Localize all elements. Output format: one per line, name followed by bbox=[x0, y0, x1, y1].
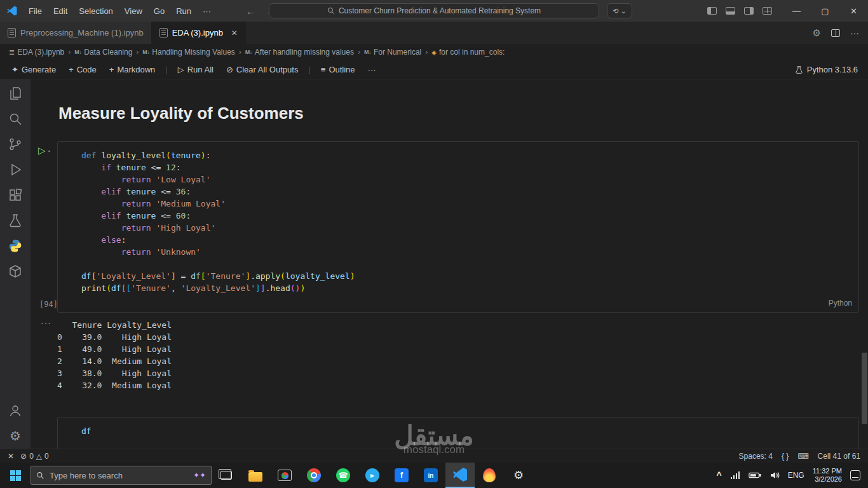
breadcrumb-item[interactable]: M↓After handling missing values bbox=[245, 48, 354, 57]
source-control-icon[interactable] bbox=[8, 137, 23, 152]
notebook-settings-icon[interactable]: ⚙ bbox=[813, 28, 821, 37]
cell-position-indicator[interactable]: Cell 41 of 61 bbox=[818, 452, 860, 461]
code-line[interactable]: elif tenure <= 36: bbox=[81, 186, 858, 198]
run-all-button[interactable]: ▷ Run All bbox=[173, 62, 219, 78]
cell-language-label[interactable]: Python bbox=[829, 299, 852, 308]
menu-view[interactable]: View bbox=[119, 6, 148, 16]
linkedin-button[interactable]: in bbox=[416, 463, 445, 488]
code-line[interactable]: else: bbox=[81, 234, 858, 246]
outline-button[interactable]: ≡ Outline bbox=[316, 62, 360, 78]
hidden-icons-button[interactable]: ^ bbox=[717, 470, 722, 480]
clear-all-outputs-button[interactable]: ⊘ Clear All Outputs bbox=[221, 62, 303, 78]
taskbar-clock[interactable]: 11:32 PM 3/2/2026 bbox=[813, 467, 842, 484]
breadcrumb-item[interactable]: ◈for col in num_cols: bbox=[431, 48, 505, 57]
battery-icon[interactable] bbox=[749, 471, 761, 479]
package-icon[interactable] bbox=[8, 264, 23, 279]
code-line[interactable]: return 'High Loyal' bbox=[81, 222, 858, 234]
tab-eda[interactable]: EDA (3).ipynb ✕ bbox=[152, 22, 246, 44]
close-button[interactable]: ✕ bbox=[839, 0, 868, 22]
code-line[interactable]: print(df[['Tenure', 'Loyalty_Level']].he… bbox=[81, 282, 858, 294]
taskbar-search-input[interactable]: Type here to search ✦✦ bbox=[31, 466, 212, 485]
chrome-button[interactable] bbox=[299, 463, 329, 488]
menu-file[interactable]: File bbox=[23, 6, 48, 16]
menu-go[interactable]: Go bbox=[148, 6, 170, 16]
whatsapp-button[interactable]: ☎ bbox=[329, 463, 358, 488]
menu-selection[interactable]: Selection bbox=[73, 6, 118, 16]
command-center-search[interactable]: Customer Churn Prediction & Automated Re… bbox=[269, 3, 599, 18]
toolbar-more-actions[interactable]: ··· bbox=[363, 62, 381, 78]
volume-icon[interactable] bbox=[770, 471, 780, 480]
remote-indicator-icon[interactable]: ✕ bbox=[8, 452, 14, 461]
maximize-button[interactable]: ▢ bbox=[811, 0, 839, 22]
run-cell-button[interactable]: ▷ ⌄ bbox=[38, 145, 51, 156]
code-line[interactable]: return 'Low Loyal' bbox=[81, 173, 858, 186]
task-view-button[interactable] bbox=[212, 463, 241, 488]
menu-bar: FileEditSelectionViewGoRun··· bbox=[23, 6, 217, 16]
windows-taskbar: Type here to search ✦✦ ☎ ▸ f in ⚙ ^ bbox=[0, 463, 868, 488]
toggle-secondary-sidebar-icon[interactable] bbox=[744, 7, 754, 15]
problems-indicator[interactable]: ⊘ 0 △ 0 bbox=[20, 452, 49, 461]
customize-layout-icon[interactable] bbox=[763, 7, 772, 15]
keyboard-icon[interactable]: ⌨ bbox=[797, 452, 808, 461]
language-braces-indicator[interactable]: { } bbox=[782, 452, 789, 461]
network-icon[interactable] bbox=[730, 471, 740, 480]
telegram-button[interactable]: ▸ bbox=[358, 463, 387, 488]
python-extension-icon[interactable] bbox=[8, 238, 23, 254]
markdown-cell-heading[interactable]: Measure Loyality of Customers bbox=[58, 104, 868, 123]
language-indicator[interactable]: ENG bbox=[788, 471, 804, 480]
windows-logo-icon bbox=[10, 470, 21, 481]
add-code-cell-button[interactable]: + Code bbox=[64, 62, 102, 78]
code-line[interactable]: df['Loyalty_Level'] = df['Tenure'].apply… bbox=[81, 270, 858, 282]
settings-gear-icon[interactable]: ⚙ bbox=[8, 428, 23, 444]
code-line[interactable] bbox=[81, 258, 858, 270]
code-cell[interactable]: ▷ ⌄ [94] def loyalty_level(tenure): if t… bbox=[31, 141, 868, 313]
kernel-picker[interactable]: Python 3.13.6 bbox=[795, 65, 868, 74]
workspace-switcher[interactable]: ⟲ ⌄ bbox=[607, 3, 632, 18]
breadcrumb-item[interactable]: M↓Data Cleaning bbox=[74, 48, 132, 57]
next-code-cell[interactable]: df bbox=[31, 417, 868, 449]
code-line[interactable]: def loyalty_level(tenure): bbox=[81, 149, 858, 161]
browser-window-button[interactable] bbox=[270, 463, 299, 488]
extensions-icon[interactable] bbox=[8, 187, 23, 203]
split-editor-icon[interactable] bbox=[831, 29, 840, 37]
flame-app-button[interactable] bbox=[475, 463, 504, 488]
breadcrumb-item[interactable]: M↓For Numerical bbox=[364, 48, 421, 57]
menu-edit[interactable]: Edit bbox=[48, 6, 73, 16]
generate-button[interactable]: ✦ Generate bbox=[6, 62, 61, 78]
code-line[interactable]: if tenure <= 12: bbox=[81, 161, 858, 173]
search-icon[interactable] bbox=[8, 111, 23, 126]
minimize-button[interactable]: — bbox=[782, 0, 811, 22]
nav-back-icon[interactable]: ← bbox=[246, 6, 255, 17]
editor-more-actions-icon[interactable]: ··· bbox=[850, 28, 859, 38]
code-line[interactable]: df bbox=[81, 425, 858, 437]
action-center-icon[interactable] bbox=[850, 470, 860, 480]
code-line[interactable]: elif tenure <= 60: bbox=[81, 210, 858, 222]
tab-close-icon[interactable]: ✕ bbox=[231, 29, 238, 37]
indentation-indicator[interactable]: Spaces: 4 bbox=[739, 452, 773, 461]
vscode-button[interactable] bbox=[445, 463, 475, 488]
search-icon bbox=[327, 7, 335, 15]
file-explorer-button[interactable] bbox=[241, 463, 270, 488]
add-markdown-cell-button[interactable]: + Markdown bbox=[104, 62, 161, 78]
testing-flask-icon[interactable] bbox=[8, 213, 23, 228]
menu-run[interactable]: Run bbox=[170, 6, 197, 16]
code-line[interactable]: return 'Unknown' bbox=[81, 246, 858, 258]
code-lines[interactable]: def loyalty_level(tenure): if tenure <= … bbox=[58, 142, 858, 294]
breadcrumb-item[interactable]: M↓Handling Missing Values bbox=[142, 48, 235, 57]
code-line[interactable]: return 'Medium Loyal' bbox=[81, 198, 858, 210]
facebook-button[interactable]: f bbox=[387, 463, 416, 488]
settings-button[interactable]: ⚙ bbox=[504, 463, 533, 488]
menu-more[interactable]: ··· bbox=[197, 6, 217, 16]
toggle-panel-icon[interactable] bbox=[726, 7, 735, 15]
tab-label: Preprocessing_Machine (1).ipynb bbox=[20, 28, 144, 37]
account-icon[interactable] bbox=[8, 403, 23, 418]
explorer-icon[interactable] bbox=[8, 86, 23, 101]
next-code-lines[interactable]: df bbox=[57, 417, 859, 449]
output-more-actions-icon[interactable]: ··· bbox=[41, 318, 51, 328]
start-button[interactable] bbox=[0, 463, 31, 488]
scrollbar-thumb[interactable] bbox=[862, 353, 867, 424]
toggle-sidebar-icon[interactable] bbox=[707, 7, 717, 15]
tab-preprocessing-machine[interactable]: Preprocessing_Machine (1).ipynb bbox=[0, 22, 152, 44]
run-debug-icon[interactable] bbox=[8, 162, 23, 177]
breadcrumb-item[interactable]: ≣EDA (3).ipynb bbox=[9, 48, 64, 57]
